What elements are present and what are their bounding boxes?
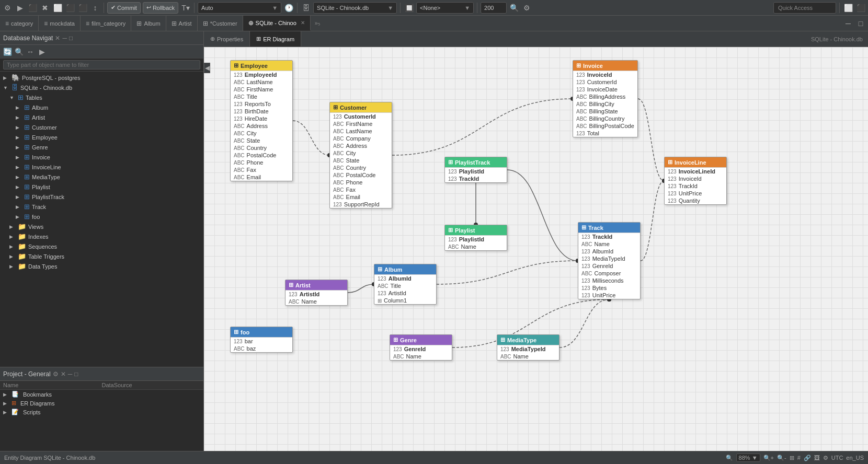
toolbar-icon-5[interactable]: ⬜	[52, 3, 63, 13]
db-nav-filter-input[interactable]	[3, 60, 200, 69]
entity-field-Invoice-BillingCountry[interactable]: ABCBillingCountry	[573, 115, 637, 122]
entity-field-Customer-City[interactable]: ABCCity	[330, 149, 392, 157]
entity-InvoiceLine[interactable]: ⊞InvoiceLine123InvoiceLineId123InvoiceId…	[664, 157, 727, 205]
entity-field-Employee-Email[interactable]: ABCEmail	[231, 173, 292, 181]
status-icon-3[interactable]: 🔗	[804, 455, 811, 461]
tree-arrow-Indexes[interactable]: ▶	[9, 234, 16, 239]
entity-field-Track-Name[interactable]: ABCName	[578, 240, 640, 248]
entity-field-Genre-GenreId[interactable]: 123GenreId	[390, 345, 452, 353]
entity-field-Employee-City[interactable]: ABCCity	[231, 130, 292, 137]
project-arrow-ER Diagrams[interactable]: ▶	[3, 401, 9, 406]
entity-field-InvoiceLine-Quantity[interactable]: 123Quantity	[665, 197, 726, 204]
entity-Playlist[interactable]: ⊞Playlist123PlaylistIdABCName	[444, 225, 507, 251]
entity-field-Customer-Email[interactable]: ABCEmail	[330, 193, 392, 201]
entity-field-Employee-ReportsTo[interactable]: 123ReportsTo	[231, 100, 292, 108]
tree-item-DataTypes[interactable]: ▶📁Data Types	[0, 261, 203, 271]
entity-field-Album-Column1[interactable]: ⊞Column1	[374, 297, 436, 304]
tree-item-Views[interactable]: ▶📁Views	[0, 222, 203, 231]
entity-field-Customer-SupportRepId[interactable]: 123SupportRepId	[330, 201, 392, 208]
entity-field-Track-UnitPrice[interactable]: 123UnitPrice	[578, 292, 640, 299]
tab-film-category[interactable]: ≡ film_category	[81, 16, 131, 31]
tree-item-foo[interactable]: ▶⊞foo	[0, 212, 203, 222]
tree-item-Playlist[interactable]: ▶⊞Playlist	[0, 182, 203, 192]
tree-item-InvoiceLine[interactable]: ▶⊞InvoiceLine	[0, 162, 203, 172]
er-canvas[interactable]: ⊞Employee123EmployeeIdABCLastNameABCFirs…	[204, 47, 868, 451]
entity-Employee[interactable]: ⊞Employee123EmployeeIdABCLastNameABCFirs…	[230, 60, 293, 181]
entity-field-Playlist-Name[interactable]: ABCName	[445, 243, 507, 250]
tree-arrow-Views[interactable]: ▶	[9, 224, 16, 229]
entity-field-Customer-LastName[interactable]: ABCLastName	[330, 127, 392, 135]
tree-arrow-DataTypes[interactable]: ▶	[9, 264, 16, 269]
project-min-icon[interactable]: ─	[68, 370, 73, 378]
tree-item-Album[interactable]: ▶⊞Album	[0, 102, 203, 112]
tree-item-Sequences[interactable]: ▶📁Sequences	[0, 241, 203, 251]
tree-arrow-Album[interactable]: ▶	[16, 105, 22, 110]
schema-select[interactable]: <None> ▼	[416, 2, 474, 14]
tree-arrow-PlaylistTrack[interactable]: ▶	[16, 194, 22, 200]
tree-item-PlaylistTrack[interactable]: ▶⊞PlaylistTrack	[0, 192, 203, 202]
entity-field-Track-Milliseconds[interactable]: 123Milliseconds	[578, 277, 640, 284]
db-nav-more-icon[interactable]: ▶	[37, 47, 47, 57]
auto-mode-select[interactable]: Auto ▼	[198, 2, 281, 14]
toolbar-icon-7[interactable]: ⬛	[77, 3, 88, 13]
entity-field-Employee-HireDate[interactable]: 123HireDate	[231, 115, 292, 122]
entity-MediaType[interactable]: ⊞MediaType123MediaTypeIdABCName	[497, 334, 559, 361]
project-max-icon[interactable]: □	[74, 370, 78, 378]
tree-item-Genre[interactable]: ▶⊞Genre	[0, 142, 203, 152]
project-item-Scripts[interactable]: ▶📝Scripts	[0, 408, 203, 416]
tree-item-pg[interactable]: ▶🐘PostgreSQL - postgres	[0, 73, 203, 83]
er-panel-collapse-button[interactable]: ◀	[204, 63, 210, 73]
entity-PlaylistTrack[interactable]: ⊞PlaylistTrack123PlaylistId123TrackId	[444, 157, 507, 183]
tree-item-Invoice[interactable]: ▶⊞Invoice	[0, 152, 203, 162]
entity-field-Employee-State[interactable]: ABCState	[231, 137, 292, 144]
schema-icon[interactable]: 🔲	[404, 3, 414, 13]
tree-arrow-Track[interactable]: ▶	[16, 204, 22, 210]
window-icon-1[interactable]: ⬜	[843, 3, 853, 13]
zoom-out-icon[interactable]: 🔍-	[777, 455, 786, 461]
db-nav-filter-icon[interactable]: 🔍	[14, 47, 24, 57]
tab-mockdata[interactable]: ≡ mockdata	[39, 16, 81, 31]
tree-arrow-tables[interactable]: ▼	[9, 95, 16, 100]
toolbar-icon-1[interactable]: ⚙	[2, 3, 13, 13]
entity-field-PlaylistTrack-TrackId[interactable]: 123TrackId	[445, 175, 507, 182]
entity-field-Track-Bytes[interactable]: 123Bytes	[578, 284, 640, 292]
entity-field-Customer-State[interactable]: ABCState	[330, 157, 392, 164]
db-icon[interactable]: 🗄	[301, 3, 311, 13]
tree-arrow-pg[interactable]: ▶	[3, 75, 9, 80]
db-select[interactable]: SQLite - Chinook.db ▼	[313, 2, 397, 14]
tab-category[interactable]: ≡ category	[0, 16, 39, 31]
entity-field-Album-ArtistId[interactable]: 123ArtistId	[374, 289, 436, 297]
entity-field-Customer-FirstName[interactable]: ABCFirstName	[330, 120, 392, 127]
project-item-Bookmarks[interactable]: ▶📑Bookmarks	[0, 390, 203, 399]
toolbar-icon-8[interactable]: ↕	[90, 3, 100, 13]
tab-overflow[interactable]: »₅	[311, 16, 324, 31]
entity-field-Customer-Fax[interactable]: ABCFax	[330, 186, 392, 193]
entity-Genre[interactable]: ⊞Genre123GenreIdABCName	[390, 334, 452, 361]
entity-field-Track-Composer[interactable]: ABCComposer	[578, 270, 640, 277]
entity-field-Employee-Country[interactable]: ABCCountry	[231, 144, 292, 152]
db-nav-min-icon[interactable]: ─	[62, 34, 67, 42]
entity-Track[interactable]: ⊞Track123TrackIdABCName123AlbumId123Medi…	[578, 222, 641, 299]
db-nav-refresh-icon[interactable]: 🔄	[2, 47, 13, 57]
er-tab-properties[interactable]: ⊕ Properties	[204, 31, 250, 47]
commit-button[interactable]: ✔ Commit	[107, 2, 141, 14]
entity-field-Customer-CustomerId[interactable]: 123CustomerId	[330, 113, 392, 120]
db-nav-close-icon[interactable]: ✕	[55, 34, 60, 42]
entity-field-Customer-Company[interactable]: ABCCompany	[330, 135, 392, 142]
tree-arrow-Playlist[interactable]: ▶	[16, 184, 22, 190]
zoom-in-icon[interactable]: 🔍+	[763, 455, 774, 461]
status-icon-4[interactable]: 🖼	[814, 455, 820, 461]
status-icon-2[interactable]: #	[797, 455, 801, 461]
entity-field-MediaType-Name[interactable]: ABCName	[497, 353, 559, 360]
entity-field-Employee-EmployeeId[interactable]: 123EmployeeId	[231, 71, 292, 78]
tree-arrow-Invoice[interactable]: ▶	[16, 155, 22, 160]
window-icon-2[interactable]: ⬛	[855, 3, 866, 13]
tab-customer[interactable]: ⊞ *Customer	[198, 16, 243, 31]
entity-field-Invoice-BillingState[interactable]: ABCBillingState	[573, 108, 637, 115]
entity-foo[interactable]: ⊞foo123barABCbaz	[230, 327, 293, 353]
db-nav-nav-icon[interactable]: ↔	[25, 47, 36, 57]
entity-field-MediaType-MediaTypeId[interactable]: 123MediaTypeId	[497, 345, 559, 353]
tree-arrow-Genre[interactable]: ▶	[16, 145, 22, 150]
entity-field-Employee-LastName[interactable]: ABCLastName	[231, 78, 292, 86]
entity-Artist[interactable]: ⊞Artist123ArtistIdABCName	[285, 280, 348, 306]
